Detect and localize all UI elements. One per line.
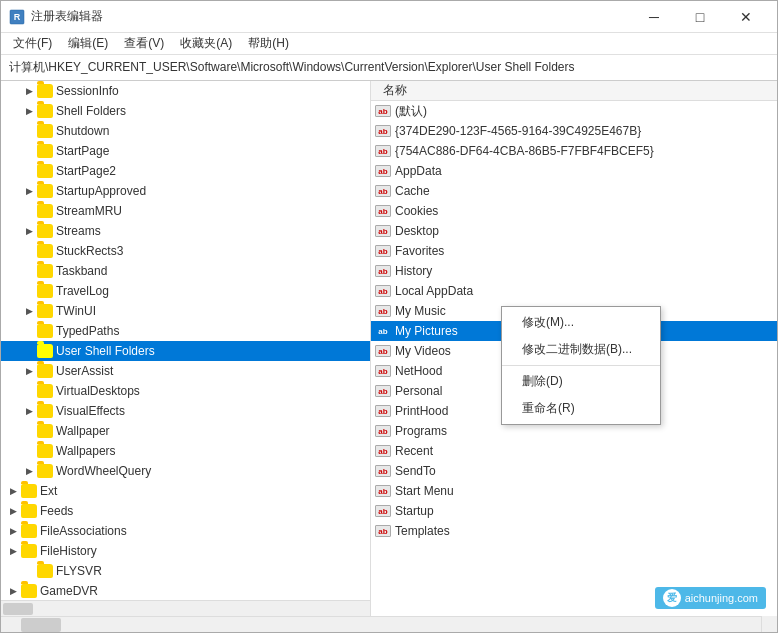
- reg-value-name: Recent: [395, 444, 433, 458]
- reg-item-desktop[interactable]: ab Desktop: [371, 221, 777, 241]
- folder-icon: [37, 244, 53, 258]
- tree-item-stuckrects3[interactable]: ▶ StuckRects3: [1, 241, 370, 261]
- folder-icon: [37, 184, 53, 198]
- expand-icon: ▶: [5, 483, 21, 499]
- reg-item-startmenu[interactable]: ab Start Menu: [371, 481, 777, 501]
- menu-edit[interactable]: 编辑(E): [60, 33, 116, 54]
- tree-item-shellfolders[interactable]: ▶ Shell Folders: [1, 101, 370, 121]
- tree-label: UserAssist: [56, 364, 113, 378]
- reg-value-icon: ab: [375, 425, 391, 437]
- reg-item-appdata[interactable]: ab AppData: [371, 161, 777, 181]
- tree-label: Wallpaper: [56, 424, 110, 438]
- reg-value-name: Cookies: [395, 204, 438, 218]
- reg-item-templates[interactable]: ab Templates: [371, 521, 777, 541]
- context-menu: 修改(M)... 修改二进制数据(B)... 删除(D) 重命名(R): [501, 306, 661, 425]
- tree-label: StreamMRU: [56, 204, 122, 218]
- tree-item-wallpapers[interactable]: ▶ Wallpapers: [1, 441, 370, 461]
- title-bar-controls: ─ □ ✕: [631, 1, 769, 33]
- watermark-text: aichunjing.com: [685, 592, 758, 604]
- breadcrumb-text: 计算机\HKEY_CURRENT_USER\Software\Microsoft…: [9, 59, 575, 76]
- tree-item-travellog[interactable]: ▶ TravelLog: [1, 281, 370, 301]
- main-window: R 注册表编辑器 ─ □ ✕ 文件(F) 编辑(E) 查看(V) 收藏夹(A) …: [0, 0, 778, 633]
- tree-item-gamedvr[interactable]: ▶ GameDVR: [1, 581, 370, 601]
- tree-item-usershellfolders[interactable]: ▶ User Shell Folders: [1, 341, 370, 361]
- folder-icon: [37, 324, 53, 338]
- tree-label: FLYSVR: [56, 564, 102, 578]
- reg-item-guid2[interactable]: ab {754AC886-DF64-4CBA-86B5-F7FBF4FBCEF5…: [371, 141, 777, 161]
- folder-icon: [37, 124, 53, 138]
- reg-item-cache[interactable]: ab Cache: [371, 181, 777, 201]
- tree-item-feeds[interactable]: ▶ Feeds: [1, 501, 370, 521]
- tree-label: GameDVR: [40, 584, 98, 598]
- minimize-button[interactable]: ─: [631, 1, 677, 33]
- tree-item-ext[interactable]: ▶ Ext: [1, 481, 370, 501]
- context-menu-separator: [502, 365, 660, 366]
- scroll-corner: [761, 616, 777, 632]
- reg-value-icon: ab: [375, 285, 391, 297]
- tree-item-shutdown[interactable]: ▶ Shutdown: [1, 121, 370, 141]
- context-menu-rename[interactable]: 重命名(R): [502, 395, 660, 422]
- tree-item-visualeffects[interactable]: ▶ VisualEffects: [1, 401, 370, 421]
- tree-item-taskband[interactable]: ▶ Taskband: [1, 261, 370, 281]
- folder-icon: [37, 164, 53, 178]
- menu-help[interactable]: 帮助(H): [240, 33, 297, 54]
- tree-item-wallpaper[interactable]: ▶ Wallpaper: [1, 421, 370, 441]
- tree-item-streams[interactable]: ▶ Streams: [1, 221, 370, 241]
- breadcrumb: 计算机\HKEY_CURRENT_USER\Software\Microsoft…: [1, 55, 777, 81]
- folder-icon: [37, 84, 53, 98]
- reg-item-cookies[interactable]: ab Cookies: [371, 201, 777, 221]
- tree-label: Streams: [56, 224, 101, 238]
- tree-item-fileassociations[interactable]: ▶ FileAssociations: [1, 521, 370, 541]
- tree-item-flysvr[interactable]: ▶ FLYSVR: [1, 561, 370, 581]
- reg-item-recent[interactable]: ab Recent: [371, 441, 777, 461]
- tree-item-wordwheelquery[interactable]: ▶ WordWheelQuery: [1, 461, 370, 481]
- reg-item-sendto[interactable]: ab SendTo: [371, 461, 777, 481]
- tree-item-streammru[interactable]: ▶ StreamMRU: [1, 201, 370, 221]
- reg-item-localappdata[interactable]: ab Local AppData: [371, 281, 777, 301]
- maximize-button[interactable]: □: [677, 1, 723, 33]
- tree-item-startupapproved[interactable]: ▶ StartupApproved: [1, 181, 370, 201]
- tree-item-filehistory[interactable]: ▶ FileHistory: [1, 541, 370, 561]
- reg-value-icon: ab: [375, 365, 391, 377]
- tree-label: Shell Folders: [56, 104, 126, 118]
- title-bar-left: R 注册表编辑器: [9, 8, 103, 25]
- tree-label: StartPage: [56, 144, 109, 158]
- reg-value-name: {754AC886-DF64-4CBA-86B5-F7FBF4FBCEF5}: [395, 144, 654, 158]
- reg-value-icon: ab: [375, 165, 391, 177]
- reg-value-name: Templates: [395, 524, 450, 538]
- folder-icon: [37, 404, 53, 418]
- left-panel[interactable]: ▶ SessionInfo ▶ Shell Folders ▶ Shutdown…: [1, 81, 371, 616]
- menu-favorites[interactable]: 收藏夹(A): [172, 33, 240, 54]
- reg-value-name: Favorites: [395, 244, 444, 258]
- tree-item-typedpaths[interactable]: ▶ TypedPaths: [1, 321, 370, 341]
- tree-item-userassist[interactable]: ▶ UserAssist: [1, 361, 370, 381]
- tree-item-virtualdesktops[interactable]: ▶ VirtualDesktops: [1, 381, 370, 401]
- menu-file[interactable]: 文件(F): [5, 33, 60, 54]
- reg-item-startup[interactable]: ab Startup: [371, 501, 777, 521]
- tree-item-startpage2[interactable]: ▶ StartPage2: [1, 161, 370, 181]
- reg-item-default[interactable]: ab (默认): [371, 101, 777, 121]
- tree-item-twinui[interactable]: ▶ TWinUI: [1, 301, 370, 321]
- reg-item-history[interactable]: ab History: [371, 261, 777, 281]
- reg-item-favorites[interactable]: ab Favorites: [371, 241, 777, 261]
- watermark: 爱 aichunjing.com: [655, 587, 766, 609]
- context-menu-modify-binary[interactable]: 修改二进制数据(B)...: [502, 336, 660, 363]
- right-panel-header: 名称: [371, 81, 777, 101]
- expand-icon: ▶: [21, 103, 37, 119]
- tree-item-sessioninfo[interactable]: ▶ SessionInfo: [1, 81, 370, 101]
- context-menu-delete[interactable]: 删除(D): [502, 368, 660, 395]
- folder-icon: [37, 104, 53, 118]
- tree-label: User Shell Folders: [56, 344, 155, 358]
- folder-icon: [21, 544, 37, 558]
- reg-item-guid1[interactable]: ab {374DE290-123F-4565-9164-39C4925E467B…: [371, 121, 777, 141]
- folder-icon: [37, 364, 53, 378]
- folder-icon: [37, 344, 53, 358]
- menu-view[interactable]: 查看(V): [116, 33, 172, 54]
- tree-item-startpage[interactable]: ▶ StartPage: [1, 141, 370, 161]
- reg-value-icon: ab: [375, 305, 391, 317]
- close-button[interactable]: ✕: [723, 1, 769, 33]
- menu-bar: 文件(F) 编辑(E) 查看(V) 收藏夹(A) 帮助(H): [1, 33, 777, 55]
- expand-icon: ▶: [21, 303, 37, 319]
- h-scrollbar[interactable]: [1, 600, 370, 616]
- context-menu-modify[interactable]: 修改(M)...: [502, 309, 660, 336]
